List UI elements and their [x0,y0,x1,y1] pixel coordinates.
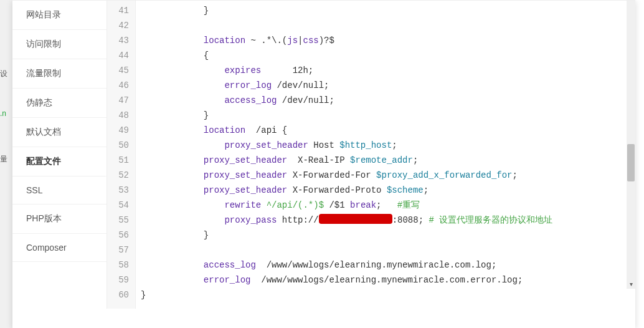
line-number: 60 [111,287,129,302]
code-line[interactable]: location ~ .*\.(js|css)?$ [141,33,630,48]
line-number: 44 [111,48,129,63]
code-line[interactable]: access_log /www/wwwlogs/elearning.mynewm… [141,258,630,273]
vertical-scrollbar[interactable]: ▾ [627,1,635,289]
code-line[interactable]: proxy_set_header X-Forwarded-For $proxy_… [141,168,630,183]
scrollbar-thumb[interactable] [627,144,635,181]
line-number: 49 [111,123,129,138]
scroll-down-arrow-icon[interactable]: ▾ [627,280,635,289]
code-line[interactable]: } [141,287,630,302]
sidebar-item-1[interactable]: 访问限制 [12,30,107,59]
line-number: 50 [111,138,129,153]
code-line[interactable]: rewrite ^/api/(.*)$ /$1 break; #重写 [141,198,630,213]
code-line[interactable]: location /api { [141,123,630,138]
sidebar-item-2[interactable]: 流量限制 [12,59,107,89]
settings-sidebar: 网站目录访问限制流量限制伪静态默认文档配置文件SSLPHP版本Composer [12,1,107,309]
line-number: 43 [111,33,129,48]
line-number: 59 [111,273,129,287]
code-line[interactable]: expires 12h; [141,63,630,78]
config-editor[interactable]: 4142434445464748495051525354555657585960… [107,1,635,309]
line-number: 41 [111,3,129,18]
line-number: 48 [111,108,129,123]
line-number: 58 [111,258,129,273]
sidebar-item-4[interactable]: 默认文档 [12,118,107,147]
line-number: 42 [111,18,129,33]
code-line[interactable] [141,18,630,33]
code-line[interactable]: error_log /www/wwwlogs/elearning.mynewmi… [141,273,630,287]
sidebar-item-6[interactable]: SSL [12,176,107,205]
sidebar-item-0[interactable]: 网站目录 [12,1,107,30]
code-line[interactable] [141,243,630,258]
redacted-ip [319,214,392,224]
bg-text: 设 [0,69,12,79]
code-line[interactable]: } [141,228,630,243]
line-number: 51 [111,153,129,168]
code-line[interactable]: access_log /dev/null; [141,93,630,108]
code-line[interactable]: { [141,48,630,63]
sidebar-item-8[interactable]: Composer [12,234,107,262]
line-number-gutter: 4142434445464748495051525354555657585960 [107,1,136,309]
code-line[interactable]: proxy_set_header X-Forwarded-Proto $sche… [141,183,630,198]
code-line[interactable]: } [141,3,630,18]
code-line[interactable]: proxy_set_header X-Real-IP $remote_addr; [141,153,630,168]
code-line[interactable]: proxy_pass http://:8088; # 设置代理服务器的协议和地址 [141,213,630,228]
sidebar-item-5[interactable]: 配置文件 [12,147,107,176]
background-left-strip: 设 .n 量 [0,0,12,328]
sidebar-item-3[interactable]: 伪静态 [12,89,107,118]
sidebar-item-7[interactable]: PHP版本 [12,205,107,234]
code-line[interactable]: } [141,108,630,123]
bg-text: .n [0,109,12,118]
line-number: 56 [111,228,129,243]
code-area[interactable]: } location ~ .*\.(js|css)?$ { expires 12… [136,1,635,309]
line-number: 46 [111,78,129,93]
line-number: 45 [111,63,129,78]
line-number: 52 [111,168,129,183]
line-number: 55 [111,213,129,228]
modal-body: 网站目录访问限制流量限制伪静态默认文档配置文件SSLPHP版本Composer … [12,1,635,309]
code-line[interactable]: error_log /dev/null; [141,78,630,93]
config-editor-wrap: 4142434445464748495051525354555657585960… [107,1,635,309]
site-edit-modal: 站点修改[elearning.mynewmiracle.com] -- 添加时间… [12,0,635,328]
code-line[interactable]: proxy_set_header Host $http_host; [141,138,630,153]
line-number: 57 [111,243,129,258]
line-number: 47 [111,93,129,108]
line-number: 54 [111,198,129,213]
bg-text: 量 [0,154,12,165]
line-number: 53 [111,183,129,198]
